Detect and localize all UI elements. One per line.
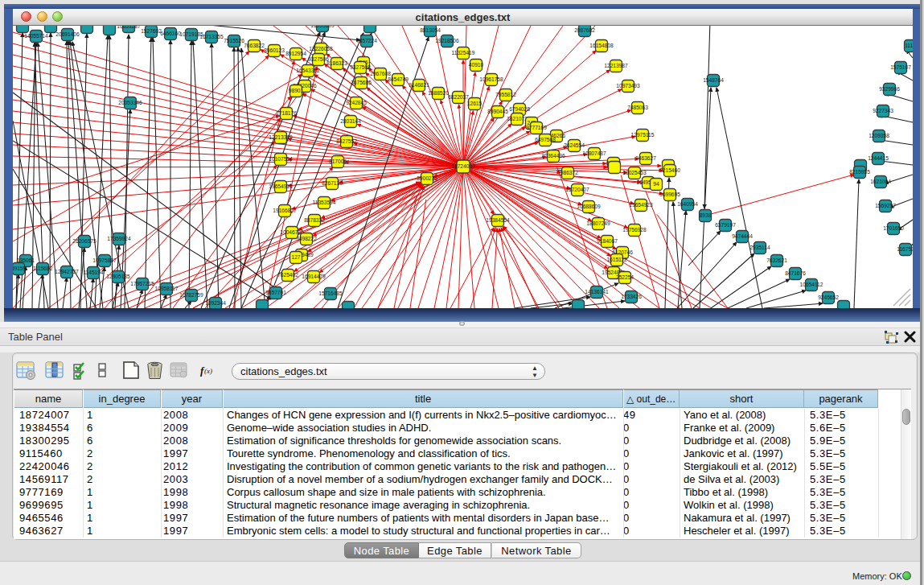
svg-text:2935114: 2935114 (749, 245, 770, 250)
svg-text:1145194: 1145194 (83, 270, 104, 275)
svg-text:9329966: 9329966 (879, 86, 900, 92)
svg-text:1527602: 1527602 (141, 28, 162, 34)
svg-text:8938: 8938 (700, 212, 712, 218)
svg-text:3498222: 3498222 (296, 236, 317, 241)
svg-text:13226058: 13226058 (309, 46, 333, 51)
svg-text:1621064: 1621064 (870, 179, 891, 184)
svg-text:1588520: 1588520 (428, 90, 449, 96)
svg-text:252254: 252254 (616, 274, 634, 280)
svg-text:10975887: 10975887 (92, 257, 117, 263)
svg-text:10654112: 10654112 (800, 282, 823, 287)
svg-text:20691406: 20691406 (55, 31, 80, 37)
svg-text:7955812: 7955812 (495, 92, 516, 97)
svg-text:18807249: 18807249 (586, 220, 610, 226)
svg-text:98901: 98901 (289, 88, 304, 93)
svg-text:2087682: 2087682 (574, 27, 595, 33)
svg-text:8471676: 8471676 (785, 270, 806, 276)
svg-text:8454749: 8454749 (388, 76, 409, 82)
svg-text:9699695: 9699695 (659, 192, 680, 197)
svg-text:19166827: 19166827 (273, 208, 297, 213)
svg-text:16914479: 16914479 (302, 274, 326, 279)
svg-text:19654923: 19654923 (629, 202, 653, 208)
svg-text:10807487: 10807487 (582, 150, 606, 156)
svg-text:8900275: 8900275 (417, 175, 437, 181)
svg-text:6822037: 6822037 (448, 94, 469, 100)
svg-text:6794028: 6794028 (509, 106, 530, 112)
svg-text:127: 127 (291, 254, 300, 260)
svg-text:14055714: 14055714 (24, 33, 48, 39)
svg-text:20053346: 20053346 (118, 100, 142, 105)
svg-text:10107554: 10107554 (269, 156, 293, 162)
svg-text:9474444: 9474444 (732, 233, 753, 239)
svg-text:9242845: 9242845 (346, 100, 367, 105)
svg-text:18724007: 18724007 (451, 163, 475, 169)
svg-text:7515526: 7515526 (224, 38, 244, 43)
svg-text:16154808: 16154808 (589, 43, 614, 48)
svg-text:10958117: 10958117 (155, 286, 179, 291)
svg-text:94: 94 (653, 181, 659, 187)
svg-text:9245652: 9245652 (818, 295, 839, 300)
svg-text:12615: 12615 (467, 101, 483, 106)
svg-text:8990445: 8990445 (487, 109, 508, 114)
svg-text:9777169: 9777169 (526, 125, 547, 130)
svg-text:9327508: 9327508 (350, 64, 371, 70)
svg-text:6466160: 6466160 (160, 31, 181, 36)
svg-text:8878332: 8878332 (304, 217, 325, 223)
svg-text:19384554: 19384554 (486, 217, 510, 223)
svg-text:10961758: 10961758 (479, 76, 503, 82)
svg-text:16033809: 16033809 (310, 26, 335, 28)
svg-text:10025453: 10025453 (622, 170, 647, 175)
svg-text:10973493: 10973493 (616, 83, 640, 89)
svg-text:7485063: 7485063 (627, 105, 648, 110)
svg-text:12213349: 12213349 (269, 134, 293, 140)
svg-text:2718176: 2718176 (276, 110, 297, 116)
svg-text:1733426: 1733426 (621, 294, 642, 299)
svg-text:39159: 39159 (13, 266, 26, 271)
svg-text:9215460: 9215460 (659, 167, 680, 173)
svg-text:15720407: 15720407 (565, 187, 589, 192)
svg-text:12905135: 12905135 (106, 274, 130, 279)
svg-text:20364436: 20364436 (541, 153, 565, 159)
svg-text:1092344: 1092344 (205, 300, 226, 306)
svg-text:11353594: 11353594 (313, 200, 336, 205)
svg-text:9184067: 9184067 (597, 238, 618, 244)
svg-text:1117: 1117 (905, 43, 913, 48)
svg-text:7357224: 7357224 (356, 38, 377, 43)
svg-text:19756928: 19756928 (622, 227, 647, 233)
svg-text:2967608: 2967608 (370, 71, 391, 76)
svg-text:1115682: 1115682 (33, 266, 53, 271)
svg-text:7986372: 7986372 (557, 170, 578, 175)
svg-text:8267130: 8267130 (322, 180, 343, 186)
svg-text:1575107: 1575107 (890, 64, 911, 70)
svg-text:10653287: 10653287 (117, 26, 141, 29)
svg-text:26206575: 26206575 (72, 238, 97, 244)
svg-text:1569297: 1569297 (875, 203, 896, 208)
svg-text:12975115: 12975115 (631, 132, 655, 138)
svg-text:9146821: 9146821 (409, 82, 429, 88)
svg-text:1244415: 1244415 (868, 155, 889, 161)
svg-text:12942737: 12942737 (55, 269, 79, 274)
svg-text:40910: 40910 (469, 62, 484, 68)
svg-text:(x): (x) (204, 367, 212, 375)
svg-text:16543382: 16543382 (296, 68, 320, 73)
svg-text:10688609: 10688609 (577, 204, 601, 209)
svg-text:19654915: 19654915 (269, 183, 293, 189)
svg-text:7625402: 7625402 (277, 272, 298, 278)
svg-text:16713355: 16713355 (199, 34, 224, 39)
svg-text:116753: 116753 (897, 246, 913, 252)
svg-text:8960123: 8960123 (264, 47, 285, 53)
svg-text:12213987: 12213987 (604, 63, 628, 68)
svg-text:3624554: 3624554 (564, 142, 585, 148)
svg-text:15716485: 15716485 (318, 290, 343, 296)
svg-text:6379197: 6379197 (715, 222, 736, 228)
svg-text:14136141: 14136141 (585, 289, 609, 295)
svg-text:1615112: 1615112 (606, 257, 627, 262)
svg-text:8912954: 8912954 (285, 51, 306, 56)
svg-text:11325419: 11325419 (452, 50, 475, 56)
svg-text:1209358: 1209358 (869, 133, 889, 138)
svg-text:6497568: 6497568 (535, 137, 556, 142)
svg-text:7632621: 7632621 (766, 257, 787, 263)
svg-text:1548764: 1548764 (703, 77, 724, 83)
svg-text:2803144: 2803144 (340, 118, 361, 124)
svg-text:8186323: 8186323 (326, 60, 347, 66)
